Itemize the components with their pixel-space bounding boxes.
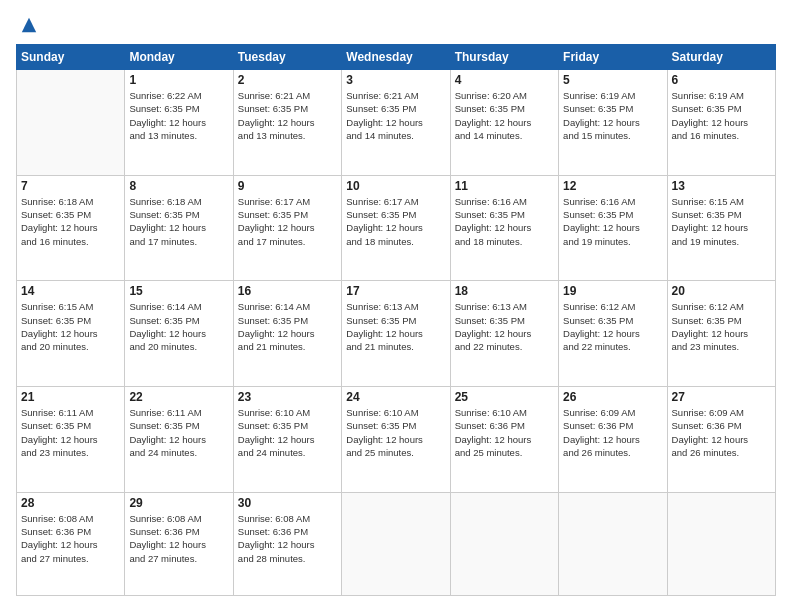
day-number: 8 [129,179,228,193]
day-number: 19 [563,284,662,298]
day-number: 6 [672,73,771,87]
calendar-cell: 14Sunrise: 6:15 AM Sunset: 6:35 PM Dayli… [17,281,125,387]
day-info-text: Sunrise: 6:17 AM Sunset: 6:35 PM Dayligh… [346,195,445,248]
day-info-text: Sunrise: 6:08 AM Sunset: 6:36 PM Dayligh… [129,512,228,565]
day-info-text: Sunrise: 6:19 AM Sunset: 6:35 PM Dayligh… [563,89,662,142]
day-info-text: Sunrise: 6:22 AM Sunset: 6:35 PM Dayligh… [129,89,228,142]
day-number: 28 [21,496,120,510]
day-number: 4 [455,73,554,87]
calendar-cell: 16Sunrise: 6:14 AM Sunset: 6:35 PM Dayli… [233,281,341,387]
day-info-text: Sunrise: 6:20 AM Sunset: 6:35 PM Dayligh… [455,89,554,142]
calendar-cell [559,492,667,595]
day-number: 3 [346,73,445,87]
day-info-text: Sunrise: 6:21 AM Sunset: 6:35 PM Dayligh… [238,89,337,142]
day-header-thursday: Thursday [450,45,558,70]
calendar-week-row: 21Sunrise: 6:11 AM Sunset: 6:35 PM Dayli… [17,387,776,493]
day-number: 21 [21,390,120,404]
logo [16,16,38,34]
calendar-cell [342,492,450,595]
day-number: 29 [129,496,228,510]
calendar-cell: 24Sunrise: 6:10 AM Sunset: 6:35 PM Dayli… [342,387,450,493]
calendar-cell [667,492,775,595]
calendar-cell: 12Sunrise: 6:16 AM Sunset: 6:35 PM Dayli… [559,175,667,281]
day-info-text: Sunrise: 6:10 AM Sunset: 6:36 PM Dayligh… [455,406,554,459]
calendar-cell: 9Sunrise: 6:17 AM Sunset: 6:35 PM Daylig… [233,175,341,281]
day-number: 15 [129,284,228,298]
day-number: 20 [672,284,771,298]
day-number: 10 [346,179,445,193]
day-number: 7 [21,179,120,193]
day-info-text: Sunrise: 6:11 AM Sunset: 6:35 PM Dayligh… [21,406,120,459]
calendar-cell: 19Sunrise: 6:12 AM Sunset: 6:35 PM Dayli… [559,281,667,387]
day-info-text: Sunrise: 6:09 AM Sunset: 6:36 PM Dayligh… [563,406,662,459]
calendar-cell: 26Sunrise: 6:09 AM Sunset: 6:36 PM Dayli… [559,387,667,493]
day-info-text: Sunrise: 6:18 AM Sunset: 6:35 PM Dayligh… [129,195,228,248]
day-info-text: Sunrise: 6:21 AM Sunset: 6:35 PM Dayligh… [346,89,445,142]
calendar-cell: 3Sunrise: 6:21 AM Sunset: 6:35 PM Daylig… [342,70,450,176]
calendar-cell: 30Sunrise: 6:08 AM Sunset: 6:36 PM Dayli… [233,492,341,595]
calendar-cell [17,70,125,176]
calendar-cell: 25Sunrise: 6:10 AM Sunset: 6:36 PM Dayli… [450,387,558,493]
day-info-text: Sunrise: 6:16 AM Sunset: 6:35 PM Dayligh… [455,195,554,248]
page: SundayMondayTuesdayWednesdayThursdayFrid… [0,0,792,612]
day-info-text: Sunrise: 6:14 AM Sunset: 6:35 PM Dayligh… [238,300,337,353]
calendar-cell: 27Sunrise: 6:09 AM Sunset: 6:36 PM Dayli… [667,387,775,493]
calendar-cell: 23Sunrise: 6:10 AM Sunset: 6:35 PM Dayli… [233,387,341,493]
day-number: 9 [238,179,337,193]
day-info-text: Sunrise: 6:13 AM Sunset: 6:35 PM Dayligh… [346,300,445,353]
calendar-cell: 1Sunrise: 6:22 AM Sunset: 6:35 PM Daylig… [125,70,233,176]
day-number: 30 [238,496,337,510]
calendar-cell: 11Sunrise: 6:16 AM Sunset: 6:35 PM Dayli… [450,175,558,281]
calendar-cell: 21Sunrise: 6:11 AM Sunset: 6:35 PM Dayli… [17,387,125,493]
calendar-table: SundayMondayTuesdayWednesdayThursdayFrid… [16,44,776,596]
day-info-text: Sunrise: 6:19 AM Sunset: 6:35 PM Dayligh… [672,89,771,142]
calendar-cell: 13Sunrise: 6:15 AM Sunset: 6:35 PM Dayli… [667,175,775,281]
header [16,16,776,34]
calendar-cell: 15Sunrise: 6:14 AM Sunset: 6:35 PM Dayli… [125,281,233,387]
calendar-cell: 7Sunrise: 6:18 AM Sunset: 6:35 PM Daylig… [17,175,125,281]
day-info-text: Sunrise: 6:14 AM Sunset: 6:35 PM Dayligh… [129,300,228,353]
day-header-saturday: Saturday [667,45,775,70]
day-number: 27 [672,390,771,404]
calendar-cell: 20Sunrise: 6:12 AM Sunset: 6:35 PM Dayli… [667,281,775,387]
day-number: 18 [455,284,554,298]
day-header-tuesday: Tuesday [233,45,341,70]
day-number: 16 [238,284,337,298]
day-header-wednesday: Wednesday [342,45,450,70]
calendar-header-row: SundayMondayTuesdayWednesdayThursdayFrid… [17,45,776,70]
day-number: 11 [455,179,554,193]
day-number: 5 [563,73,662,87]
day-number: 1 [129,73,228,87]
calendar-cell [450,492,558,595]
calendar-cell: 22Sunrise: 6:11 AM Sunset: 6:35 PM Dayli… [125,387,233,493]
calendar-cell: 17Sunrise: 6:13 AM Sunset: 6:35 PM Dayli… [342,281,450,387]
svg-marker-0 [22,18,36,32]
day-info-text: Sunrise: 6:17 AM Sunset: 6:35 PM Dayligh… [238,195,337,248]
day-info-text: Sunrise: 6:10 AM Sunset: 6:35 PM Dayligh… [346,406,445,459]
day-info-text: Sunrise: 6:15 AM Sunset: 6:35 PM Dayligh… [672,195,771,248]
day-number: 14 [21,284,120,298]
logo-icon [20,16,38,34]
calendar-cell: 4Sunrise: 6:20 AM Sunset: 6:35 PM Daylig… [450,70,558,176]
calendar-week-row: 28Sunrise: 6:08 AM Sunset: 6:36 PM Dayli… [17,492,776,595]
calendar-cell: 18Sunrise: 6:13 AM Sunset: 6:35 PM Dayli… [450,281,558,387]
calendar-week-row: 7Sunrise: 6:18 AM Sunset: 6:35 PM Daylig… [17,175,776,281]
day-number: 23 [238,390,337,404]
day-info-text: Sunrise: 6:09 AM Sunset: 6:36 PM Dayligh… [672,406,771,459]
calendar-cell: 8Sunrise: 6:18 AM Sunset: 6:35 PM Daylig… [125,175,233,281]
day-number: 22 [129,390,228,404]
day-header-sunday: Sunday [17,45,125,70]
day-info-text: Sunrise: 6:16 AM Sunset: 6:35 PM Dayligh… [563,195,662,248]
day-info-text: Sunrise: 6:10 AM Sunset: 6:35 PM Dayligh… [238,406,337,459]
day-info-text: Sunrise: 6:11 AM Sunset: 6:35 PM Dayligh… [129,406,228,459]
day-info-text: Sunrise: 6:15 AM Sunset: 6:35 PM Dayligh… [21,300,120,353]
calendar-week-row: 1Sunrise: 6:22 AM Sunset: 6:35 PM Daylig… [17,70,776,176]
day-number: 12 [563,179,662,193]
day-info-text: Sunrise: 6:08 AM Sunset: 6:36 PM Dayligh… [21,512,120,565]
calendar-cell: 6Sunrise: 6:19 AM Sunset: 6:35 PM Daylig… [667,70,775,176]
day-header-friday: Friday [559,45,667,70]
day-info-text: Sunrise: 6:08 AM Sunset: 6:36 PM Dayligh… [238,512,337,565]
day-info-text: Sunrise: 6:12 AM Sunset: 6:35 PM Dayligh… [563,300,662,353]
day-info-text: Sunrise: 6:12 AM Sunset: 6:35 PM Dayligh… [672,300,771,353]
day-number: 17 [346,284,445,298]
